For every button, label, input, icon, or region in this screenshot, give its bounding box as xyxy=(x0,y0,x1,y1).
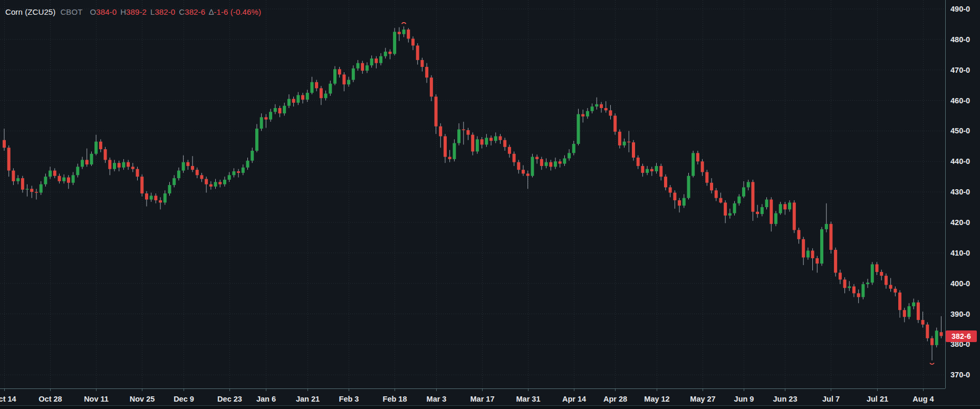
candle-body-up xyxy=(545,162,548,166)
candle-body-down xyxy=(522,170,525,173)
candle-body-up xyxy=(242,168,245,173)
high-value: 389-2 xyxy=(126,7,147,16)
candle-body-down xyxy=(710,183,713,190)
candle-body-down xyxy=(802,239,805,258)
candle-body-down xyxy=(53,171,56,176)
candle-body-down xyxy=(196,170,199,175)
candlestick-chart[interactable]: 490-0480-0470-0460-0450-0440-0430-0420-0… xyxy=(0,0,980,409)
candle-body-down xyxy=(903,310,906,317)
candle-body-up xyxy=(306,93,309,100)
candle-body-down xyxy=(609,110,612,115)
candle-body-up xyxy=(81,160,84,167)
candle-body-down xyxy=(338,69,341,74)
candle-body-up xyxy=(733,203,736,213)
open-label: O xyxy=(90,7,96,16)
delta-icon: ∆ xyxy=(209,7,214,16)
candle-body-down xyxy=(857,293,860,297)
candle-body-up xyxy=(683,198,686,206)
candle-body-down xyxy=(701,161,704,172)
candle-body-down xyxy=(301,95,304,100)
candle-body-up xyxy=(333,69,337,83)
candle xyxy=(691,151,695,178)
candle-body-up xyxy=(820,229,823,264)
candle-body-up xyxy=(393,32,396,54)
candle-body-down xyxy=(104,149,107,160)
candle-body-down xyxy=(641,166,644,173)
candle-body-up xyxy=(742,187,745,196)
candle xyxy=(774,211,777,226)
candle-body-up xyxy=(761,207,764,214)
candle-body-up xyxy=(531,157,534,176)
candle-body-up xyxy=(494,137,497,141)
candle-body-down xyxy=(664,177,667,187)
candle-body-down xyxy=(696,153,699,161)
change-value: -1-6 (-0.46%) xyxy=(214,7,261,16)
candle-body-up xyxy=(384,52,387,56)
candle-body-down xyxy=(131,167,134,169)
candle-body-down xyxy=(7,148,11,170)
candle xyxy=(834,248,837,277)
candle-body-down xyxy=(921,320,925,325)
candle-body-down xyxy=(678,200,681,206)
candle-body-up xyxy=(94,142,98,154)
candle-body-up xyxy=(687,176,690,198)
candle-body-down xyxy=(489,138,493,141)
candle-body-up xyxy=(774,213,777,224)
candle-body-down xyxy=(481,139,484,144)
candle-body-up xyxy=(848,286,851,288)
candle-body-up xyxy=(907,306,910,317)
candle-body-down xyxy=(540,159,543,166)
candle xyxy=(871,262,874,285)
candle-body-down xyxy=(57,176,61,181)
candle-body-down xyxy=(191,166,194,170)
candle-body-up xyxy=(379,56,382,63)
candle-body-down xyxy=(508,147,511,154)
time-axis[interactable] xyxy=(0,388,980,405)
candle-body-up xyxy=(251,151,254,161)
candle-body-up xyxy=(476,139,479,151)
candle xyxy=(820,227,823,266)
bottom-band xyxy=(0,406,980,409)
candle-body-down xyxy=(669,187,672,192)
candle-body-down xyxy=(3,140,6,148)
candle-body-up xyxy=(457,130,460,143)
candle-body-up xyxy=(402,30,406,34)
close-label: C xyxy=(179,7,185,16)
candle-body-down xyxy=(462,130,465,131)
chart-window: 490-0480-0470-0460-0450-0440-0430-0420-0… xyxy=(0,0,980,409)
candle-body-up xyxy=(274,108,277,112)
candle-body-up xyxy=(150,196,153,199)
candle-body-down xyxy=(467,130,470,135)
candle-body-down xyxy=(503,140,506,147)
candle-body-up xyxy=(370,59,373,65)
candle-body-up xyxy=(563,158,566,163)
candle-body-up xyxy=(177,171,180,178)
candle-body-up xyxy=(577,114,580,144)
candle-body-up xyxy=(49,171,52,177)
open-value: 384-0 xyxy=(96,7,117,16)
candle-body-down xyxy=(627,142,630,143)
candle-body-down xyxy=(535,157,539,159)
candle-body-up xyxy=(788,202,791,209)
candle-body-up xyxy=(357,63,360,69)
candle-body-up xyxy=(453,143,456,159)
candle-body-up xyxy=(347,80,350,85)
candle xyxy=(393,28,396,55)
candle-body-down xyxy=(829,224,832,250)
candle-body-down xyxy=(834,250,837,272)
candle-body-down xyxy=(85,160,89,164)
candle xyxy=(829,222,832,254)
candle-body-down xyxy=(811,250,814,258)
candle-body-up xyxy=(40,184,43,193)
symbol-name: Corn (ZCU25) xyxy=(5,7,55,16)
candle-body-down xyxy=(889,285,892,289)
candle-body-up xyxy=(182,162,185,171)
candle-body-up xyxy=(324,94,328,99)
candle-body-up xyxy=(366,65,369,71)
candle-body-down xyxy=(549,162,552,167)
candle xyxy=(140,174,143,197)
candle-body-down xyxy=(719,198,722,203)
candle-body-up xyxy=(172,178,176,185)
chart-legend: Corn (ZCU25)CBOTO384-0H389-2L382-0C382-6… xyxy=(5,7,261,17)
candle-body-down xyxy=(67,178,70,183)
